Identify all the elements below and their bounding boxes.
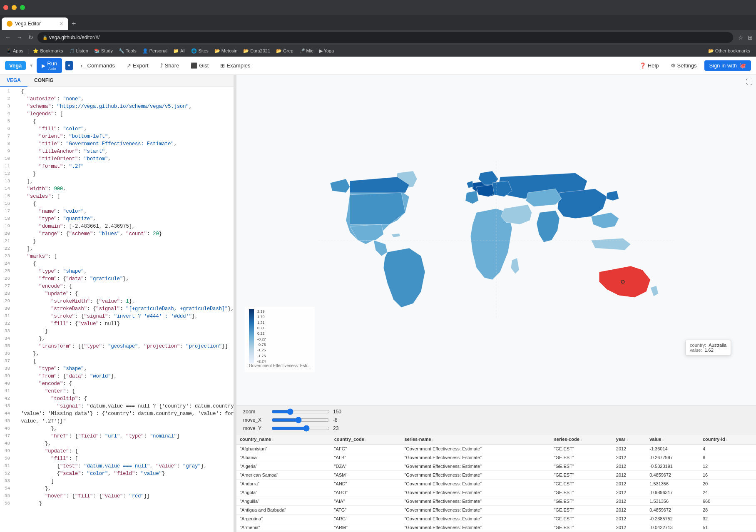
table-row[interactable]: "Antigua and Barbuda""ATG""Government Ef… <box>236 506 756 515</box>
table-cell: "Anguilla" <box>236 497 331 506</box>
code-line: 10 "titleOrient": "bottom", <box>0 156 234 164</box>
settings-button[interactable]: ⚙ Settings <box>666 61 701 70</box>
gist-button[interactable]: ⬛ Gist <box>187 61 213 70</box>
table-row[interactable]: "Argentina""ARG""Government Effectivenes… <box>236 515 756 523</box>
share-icon: ⤴ <box>160 62 163 69</box>
extensions-icon[interactable]: ⊞ <box>748 34 753 41</box>
code-line: 23 "marks": [ <box>0 254 234 261</box>
active-tab[interactable]: Vega Editor ✕ <box>2 17 68 30</box>
examples-button[interactable]: ⊞ Examples <box>216 61 254 70</box>
table-row[interactable]: "Armenia""ARM""Government Effectiveness:… <box>236 523 756 532</box>
table-row[interactable]: "Angola""AGO""Government Effectiveness: … <box>236 488 756 497</box>
code-editor[interactable]: 1 {2 "autosize": "none",3 "schema": "htt… <box>0 87 234 532</box>
table-header-cell[interactable]: country_name↕ <box>236 435 331 444</box>
bookmark-yoga[interactable]: ▶ Yoga <box>317 47 337 55</box>
new-tab-button[interactable]: + <box>68 18 80 30</box>
window-maximize[interactable] <box>20 5 25 10</box>
bookmark-personal[interactable]: 👤 Personal <box>140 47 170 55</box>
bookmark-tools[interactable]: 🔧 Tools <box>116 47 139 55</box>
bookmark-bookmarks[interactable]: ⭐ Bookmarks <box>30 47 65 55</box>
code-line: 32 "fill": {"value": null} <box>0 321 234 328</box>
table-header-cell[interactable]: series-name↕ <box>401 435 550 444</box>
gist-label: Gist <box>199 62 209 69</box>
signin-button[interactable]: Sign in with 🐙 <box>704 60 751 71</box>
movey-slider[interactable] <box>271 425 330 432</box>
bookmark-study[interactable]: 📚 Study <box>92 47 115 55</box>
run-button[interactable]: ▶ Run Auto <box>37 58 62 73</box>
tooltip-country-label: country: <box>690 343 706 348</box>
run-dropdown-button[interactable]: ▾ <box>65 61 73 70</box>
url-bar[interactable]: 🔒 vega.github.io/editor/#/ <box>37 32 733 43</box>
export-button[interactable]: ↗ Export <box>122 61 153 70</box>
code-line: 44 'value': 'Missing data'} : {'country'… <box>0 411 234 418</box>
code-line: 13 ], <box>0 179 234 186</box>
data-table-wrapper[interactable]: country_name↕country_code↕series-name↕se… <box>236 435 756 532</box>
table-header-cell[interactable]: year↕ <box>613 435 646 444</box>
table-cell: "ARM" <box>331 523 401 532</box>
share-button[interactable]: ⤴ Share <box>156 61 184 70</box>
table-row[interactable]: "Algeria""DZA""Government Effectiveness:… <box>236 462 756 471</box>
table-cell: "Armenia" <box>236 523 331 532</box>
tooltip-value-label: value: <box>690 348 702 353</box>
bookmark-listen[interactable]: 🎵 Listen <box>67 47 91 55</box>
legend-labels: 2.19 1.70 1.21 0.71 0.22 -0.27 -0.76 -1.… <box>256 309 266 363</box>
code-line: 22 ], <box>0 246 234 254</box>
nav-refresh-button[interactable]: ↻ <box>27 33 35 42</box>
code-line: 7 "orient": "bottom-left", <box>0 134 234 141</box>
run-play-icon: ▶ <box>42 63 45 69</box>
table-cell: "Government Effectiveness: Estimate" <box>401 515 550 523</box>
bookmark-sites[interactable]: 🌐 Sites <box>189 47 211 55</box>
bookmark-metosin[interactable]: 📂 Metosin <box>212 47 240 55</box>
bookmark-star-icon[interactable]: ☆ <box>738 34 744 41</box>
table-cell: "AFG" <box>331 444 401 453</box>
bookmark-all[interactable]: 📁 All <box>171 47 188 55</box>
window-close[interactable] <box>3 5 8 10</box>
bookmark-mic[interactable]: 🎤 Mic <box>297 47 316 55</box>
tab-config[interactable]: CONFIG <box>27 75 60 87</box>
table-row[interactable]: "Andorra""AND""Government Effectiveness:… <box>236 480 756 488</box>
table-cell: 1.531356 <box>646 497 699 506</box>
bookmark-apps[interactable]: 📱 Apps <box>3 47 26 55</box>
table-cell: -0.5323191 <box>646 462 699 471</box>
editor-panel: VEGA CONFIG 1 {2 "autosize": "none",3 "s… <box>0 75 234 532</box>
tab-vega[interactable]: VEGA <box>0 75 27 87</box>
window-minimize[interactable] <box>12 5 17 10</box>
code-line: 48 }, <box>0 441 234 448</box>
commands-button[interactable]: ›_ Commands <box>76 61 119 71</box>
vega-logo[interactable]: Vega <box>5 61 26 70</box>
bookmark-other[interactable]: 📂 Other bookmarks <box>706 47 753 55</box>
examples-icon: ⊞ <box>220 62 225 69</box>
table-row[interactable]: "Anguilla""AIA""Government Effectiveness… <box>236 497 756 506</box>
code-line: 47 "href": {"field": "url", "type": "nom… <box>0 433 234 441</box>
tooltip-country-value: Australia <box>709 343 726 348</box>
zoom-slider[interactable] <box>271 408 330 415</box>
code-line: 25 "type": "shape", <box>0 268 234 276</box>
movey-value: 23 <box>333 425 348 431</box>
code-line: 24 { <box>0 261 234 268</box>
logo-dropdown-icon[interactable]: ▼ <box>29 63 33 68</box>
expand-button[interactable]: ⛶ <box>746 78 753 86</box>
code-line: 11 "format": ".2f" <box>0 164 234 171</box>
table-header-cell[interactable]: country_code↕ <box>331 435 401 444</box>
bookmark-eura2021[interactable]: 📂 Eura2021 <box>241 47 273 55</box>
table-header-cell[interactable]: value↕ <box>646 435 699 444</box>
nav-back-button[interactable]: ← <box>3 33 12 42</box>
bookmark-grep[interactable]: 📂 Grep <box>274 47 296 55</box>
table-cell: "GE.EST" <box>551 488 613 497</box>
table-header-cell[interactable]: country-id↕ <box>699 435 756 444</box>
code-line: 16 { <box>0 201 234 209</box>
tab-close-icon[interactable]: ✕ <box>59 21 63 27</box>
table-row[interactable]: "Albania""ALB""Government Effectiveness:… <box>236 453 756 462</box>
table-cell: "Government Effectiveness: Estimate" <box>401 497 550 506</box>
map-tooltip: country: Australia value: 1.62 <box>685 340 731 355</box>
help-button[interactable]: ❓ Help <box>635 61 663 70</box>
table-header-cell[interactable]: series-code↕ <box>551 435 613 444</box>
tab-favicon <box>7 21 12 27</box>
table-cell: "AND" <box>331 480 401 488</box>
table-row[interactable]: "Afghanistan""AFG""Government Effectiven… <box>236 444 756 453</box>
nav-forward-button[interactable]: → <box>15 33 24 42</box>
table-row[interactable]: "American Samoa""ASM""Government Effecti… <box>236 471 756 480</box>
export-label: Export <box>133 62 149 69</box>
movex-slider[interactable] <box>271 417 330 423</box>
code-line: 6 "fill": "color", <box>0 126 234 134</box>
